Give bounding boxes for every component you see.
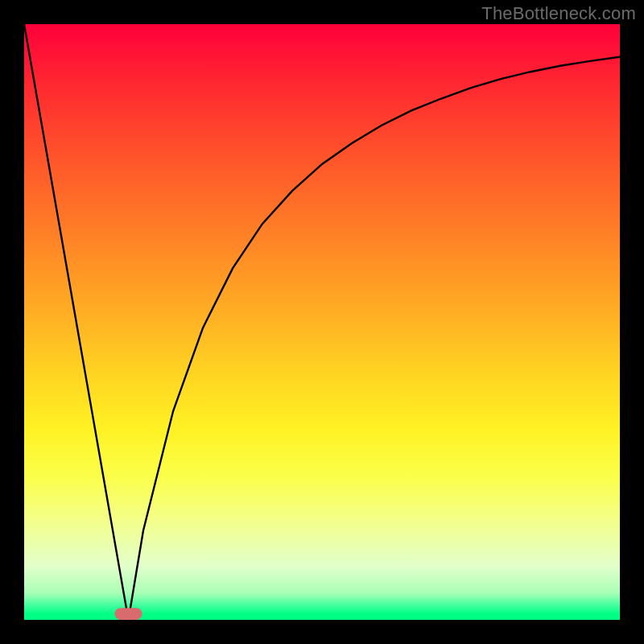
watermark: TheBottleneck.com bbox=[481, 3, 636, 24]
optimal-point-marker bbox=[114, 608, 142, 620]
right-curve bbox=[129, 57, 621, 620]
chart-frame: TheBottleneck.com bbox=[0, 0, 644, 644]
plot-area bbox=[24, 24, 620, 620]
left-line bbox=[24, 24, 129, 620]
curve-svg bbox=[24, 24, 620, 620]
